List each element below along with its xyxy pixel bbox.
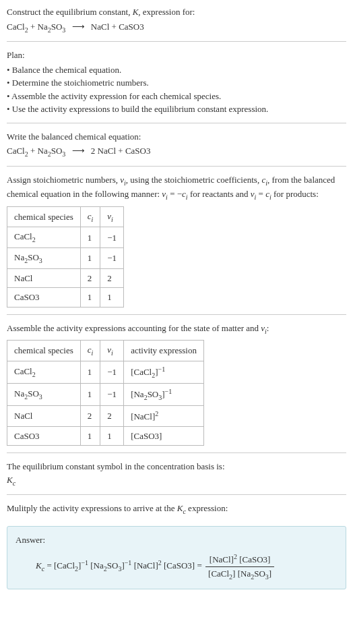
plan-list: Balance the chemical equation. Determine…: [7, 63, 346, 116]
stoich-text: , using the stoichiometric coefficients,: [126, 175, 262, 185]
nui-cell: 1: [100, 426, 124, 446]
col-ci: ci: [80, 341, 100, 361]
reaction-arrow-icon: ⟶: [72, 146, 85, 156]
bal-lhs1: CaCl: [7, 146, 25, 156]
col-activity: activity expression: [124, 341, 204, 361]
ci-cell: 1: [80, 288, 100, 308]
numerator: [NaCl]2 [CaSO3]: [205, 552, 274, 567]
species-cell: Na2SO3: [7, 248, 81, 269]
bal-rhs: 2 NaCl + CaSO3: [89, 146, 151, 156]
species-cell: CaCl2: [7, 227, 81, 248]
multiply-text: Mulitply the activity expressions to arr…: [7, 503, 177, 513]
activity-cell: [CaCl2]−1: [124, 361, 204, 383]
ci-cell: 1: [80, 426, 100, 446]
answer-equation: Kc = [CaCl2]−1 [Na2SO3]−1 [NaCl]2 [CaSO3…: [15, 552, 338, 581]
balanced-section: Write the balanced chemical equation: Ca…: [7, 130, 346, 167]
fraction: [NaCl]2 [CaSO3][CaCl2] [Na2SO3]: [205, 552, 274, 581]
table-row: NaCl 2 2: [7, 268, 124, 288]
col-ci: ci: [80, 206, 100, 227]
multiply-section: Mulitply the activity expressions to arr…: [7, 502, 346, 519]
balanced-heading: Write the balanced chemical equation:: [7, 130, 346, 144]
title-text-prefix: Construct the equilibrium constant,: [7, 7, 133, 17]
ci-cell: 1: [80, 248, 100, 269]
stoich-text: =: [256, 189, 265, 199]
plan-section: Plan: Balance the chemical equation. Det…: [7, 49, 346, 123]
nui-cell: −1: [100, 383, 124, 405]
table-row: Na2SO3 1 −1: [7, 248, 124, 269]
activity-table: chemical species ci νi activity expressi…: [7, 340, 204, 446]
plan-item: Use the activity expressions to build th…: [7, 103, 346, 116]
bal-lhs2b: SO: [51, 146, 63, 156]
plan-item: Determine the stoichiometric numbers.: [7, 76, 346, 90]
stoich-text: Assign stoichiometric numbers,: [7, 175, 120, 185]
nui-cell: 2: [100, 405, 124, 426]
species-cell: Na2SO3: [7, 383, 81, 405]
eq-lhs2b: SO: [51, 22, 63, 32]
ci-cell: 1: [80, 227, 100, 248]
bal-lhs2b-sub: 3: [62, 150, 65, 158]
stoich-section: Assign stoichiometric numbers, νi, using…: [7, 173, 346, 315]
kc-k: K: [36, 560, 42, 570]
activity-cell: [NaCl]2: [124, 405, 204, 426]
table-row: CaCl2 1 −1 [CaCl2]−1: [7, 361, 204, 383]
species-cell: NaCl: [7, 268, 81, 288]
stoich-text: = −: [168, 189, 182, 199]
activity-cell: [Na2SO3]−1: [124, 383, 204, 405]
nui-cell: −1: [100, 361, 124, 383]
symbol-heading: The equilibrium constant symbol in the c…: [7, 460, 346, 473]
col-nui: νi: [100, 206, 124, 227]
question-title: Construct the equilibrium constant, K, e…: [7, 5, 346, 19]
answer-box: Answer: Kc = [CaCl2]−1 [Na2SO3]−1 [NaCl]…: [7, 526, 346, 589]
denominator: [CaCl2] [Na2SO3]: [205, 567, 274, 582]
nui-cell: −1: [100, 227, 124, 248]
table-header-row: chemical species ci νi: [7, 206, 124, 227]
species-cell: CaSO3: [7, 426, 81, 446]
eq-plus1: + Na: [28, 22, 48, 32]
kc-symbol: Kc: [7, 473, 346, 488]
question-section: Construct the equilibrium constant, K, e…: [7, 5, 346, 42]
table-header-row: chemical species ci νi activity expressi…: [7, 341, 204, 361]
ci-cell: 1: [80, 383, 100, 405]
species-cell: CaSO3: [7, 288, 81, 308]
plan-item: Balance the chemical equation.: [7, 63, 346, 77]
ci-cell: 2: [80, 268, 100, 288]
table-row: NaCl 2 2 [NaCl]2: [7, 405, 204, 426]
nui-cell: 1: [100, 288, 124, 308]
table-row: CaSO3 1 1: [7, 288, 124, 308]
plan-heading: Plan:: [7, 49, 346, 62]
stoich-table: chemical species ci νi CaCl2 1 −1 Na2SO3…: [7, 206, 124, 308]
nui-cell: −1: [100, 248, 124, 269]
activity-cell: [CaSO3]: [124, 426, 204, 446]
stoich-text: for reactants and: [188, 189, 251, 199]
balanced-equation: CaCl2 + Na2SO3 ⟶ 2 NaCl + CaSO3: [7, 144, 346, 159]
title-text-suffix: , expression for:: [138, 7, 195, 17]
activity-text: Assemble the activity expressions accoun…: [7, 323, 261, 333]
col-species: chemical species: [7, 341, 81, 361]
symbol-section: The equilibrium constant symbol in the c…: [7, 460, 346, 495]
table-row: CaSO3 1 1 [CaSO3]: [7, 426, 204, 446]
stoich-heading: Assign stoichiometric numbers, νi, using…: [7, 173, 346, 202]
unbalanced-equation: CaCl2 + Na2SO3 ⟶ NaCl + CaSO3: [7, 20, 346, 35]
species-cell: CaCl2: [7, 361, 81, 383]
multiply-heading: Mulitply the activity expressions to arr…: [7, 502, 346, 517]
eq-rhs: NaCl + CaSO3: [89, 22, 144, 32]
activity-section: Assemble the activity expressions accoun…: [7, 322, 346, 453]
stoich-text: for products:: [271, 189, 319, 199]
answer-label: Answer:: [15, 533, 338, 547]
equals: =: [44, 560, 54, 570]
ci-cell: 1: [80, 361, 100, 383]
bal-plus1: + Na: [28, 146, 48, 156]
species-cell: NaCl: [7, 405, 81, 426]
activity-heading: Assemble the activity expressions accoun…: [7, 322, 346, 336]
eq-lhs2b-sub: 3: [62, 26, 65, 33]
activity-text: :: [267, 323, 269, 333]
eq-lhs1: CaCl: [7, 22, 25, 32]
ci-cell: 2: [80, 405, 100, 426]
col-nui: νi: [100, 341, 124, 361]
col-species: chemical species: [7, 206, 81, 227]
plan-item: Assemble the activity expression for eac…: [7, 90, 346, 103]
table-row: CaCl2 1 −1: [7, 227, 124, 248]
nui-cell: 2: [100, 268, 124, 288]
table-row: Na2SO3 1 −1 [Na2SO3]−1: [7, 383, 204, 405]
reaction-arrow-icon: ⟶: [72, 22, 85, 32]
